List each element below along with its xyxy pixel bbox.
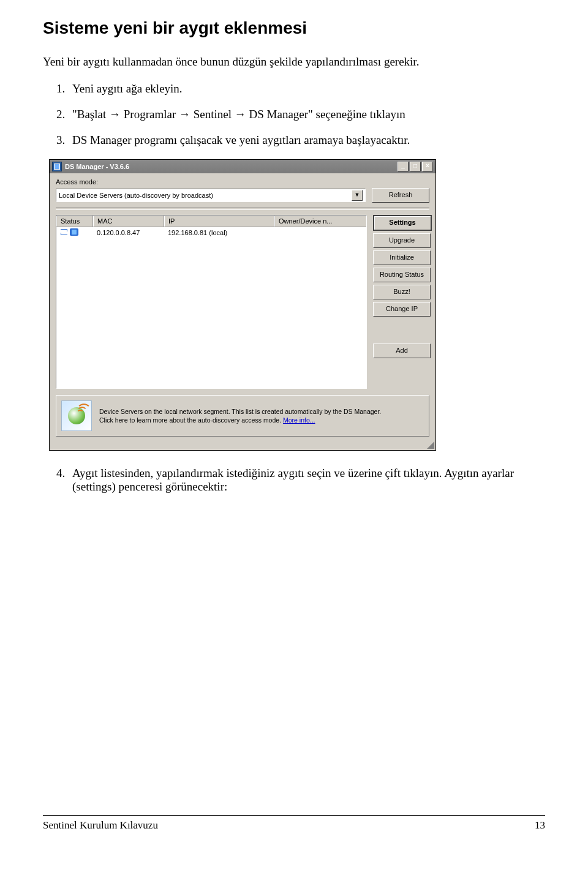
step-number: 2. [56,108,72,121]
app-icon [52,162,62,171]
footer-divider [43,815,545,816]
info-panel: Device Servers on the local network segm… [56,395,429,437]
arrow-icon: → [109,108,121,121]
ds-manager-window: DS Manager - V3.6.6 _ □ × Access mode: L… [49,159,436,451]
close-button[interactable]: × [422,162,433,171]
col-status[interactable]: Status [56,216,93,227]
list-item[interactable]: 0.120.0.0.8.47 192.168.0.81 (local) [56,227,366,238]
titlebar[interactable]: DS Manager - V3.6.6 _ □ × [50,160,435,173]
footer-title: Sentinel Kurulum Kılavuzu [43,819,158,832]
intro-text: Yeni bir aygıtı kullanmadan önce bunun d… [43,55,545,69]
resize-grip[interactable] [50,439,435,450]
sync-icon [60,228,69,236]
arrow-icon: → [179,108,190,121]
step-number: 4. [56,467,72,494]
cell-mac: 0.120.0.0.8.47 [93,229,164,236]
routing-status-button[interactable]: Routing Status [373,268,431,282]
col-owner[interactable]: Owner/Device n... [274,216,366,227]
device-list[interactable]: Status MAC IP Owner/Device n... 0.120.0. [56,215,367,389]
info-line-1: Device Servers on the local network segm… [99,408,381,415]
access-mode-value: Local Device Servers (auto-discovery by … [59,192,213,199]
refresh-button[interactable]: Refresh [372,188,429,203]
minimize-button[interactable]: _ [398,162,409,171]
settings-button[interactable]: Settings [373,215,432,231]
page-heading: Sisteme yeni bir aygıt eklenmesi [43,18,545,38]
access-mode-select[interactable]: Local Device Servers (auto-discovery by … [56,189,366,202]
initialize-button[interactable]: Initialize [373,250,431,265]
step-number: 1. [56,82,72,96]
upgrade-button[interactable]: Upgrade [373,233,431,248]
access-mode-label: Access mode: [56,178,429,186]
more-info-link[interactable]: More info... [283,416,315,424]
chevron-down-icon[interactable]: ▼ [352,190,363,201]
step-4-text: Aygıt listesinden, yapılandırmak istediğ… [72,467,545,494]
step-3-text: DS Manager programı çalışacak ve yeni ay… [72,133,410,147]
divider [56,208,429,210]
step-2-text: "Başlat → Programlar → Sentinel → DS Man… [72,108,405,121]
col-ip[interactable]: IP [164,216,274,227]
list-header: Status MAC IP Owner/Device n... [56,216,366,227]
page-number: 13 [535,819,545,832]
change-ip-button[interactable]: Change IP [373,302,431,317]
antenna-icon [61,400,92,431]
buzz-button[interactable]: Buzz! [373,285,431,299]
arrow-icon: → [235,108,246,121]
step-number: 3. [56,133,72,147]
col-mac[interactable]: MAC [93,216,164,227]
cell-ip: 192.168.0.81 (local) [164,229,274,236]
step-1-text: Yeni aygıtı ağa ekleyin. [72,82,183,96]
device-icon [70,228,78,236]
info-line-2: Click here to learn more about the auto-… [99,416,283,424]
window-title: DS Manager - V3.6.6 [65,163,398,170]
maximize-button[interactable]: □ [410,162,421,171]
add-button[interactable]: Add [373,344,431,358]
